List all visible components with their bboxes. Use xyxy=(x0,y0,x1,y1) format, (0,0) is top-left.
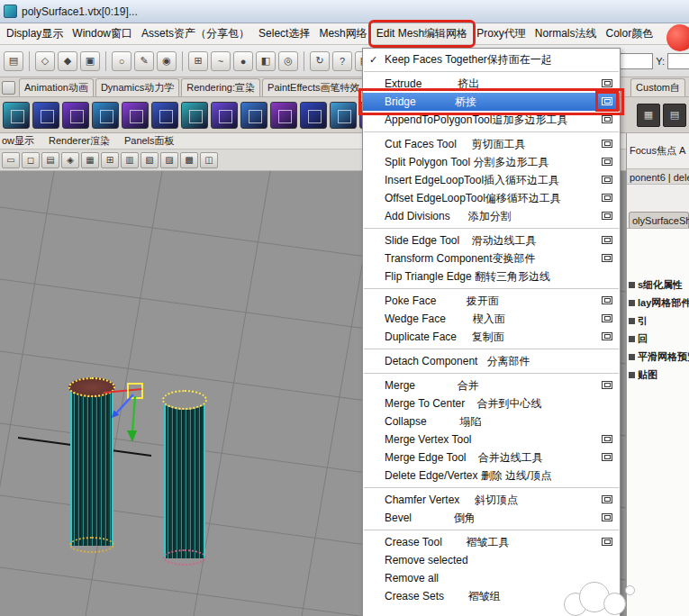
menu-item-append-to-polygon-tool[interactable]: ✓ AppendToPolygonTool追加多边形工具 xyxy=(363,111,620,129)
menu-item-transform-component[interactable]: ✓ Transform Component变换部件 xyxy=(363,249,620,267)
option-box-icon[interactable] xyxy=(602,435,612,443)
highlight-select-icon[interactable]: ◉ xyxy=(157,51,177,71)
ae-section-display[interactable]: lay网格部件 xyxy=(627,294,689,312)
option-box-icon[interactable] xyxy=(602,332,612,340)
cylinder-2[interactable] xyxy=(164,398,205,558)
panel-menu-renderer[interactable]: Renderer渲染 xyxy=(49,134,110,148)
snap-curve-icon[interactable]: ~ xyxy=(211,51,231,71)
menubar-item-mesh[interactable]: Mesh网络 xyxy=(314,23,371,44)
safe-action-icon[interactable]: ▩ xyxy=(180,152,198,168)
panel-menu-show[interactable]: ow显示 xyxy=(2,134,34,148)
option-box-icon[interactable] xyxy=(602,453,612,461)
menu-item-wedge-face[interactable]: ✓ Wedge Face 楔入面 xyxy=(363,310,620,328)
lasso-select-icon[interactable]: ○ xyxy=(112,51,131,71)
shelf-tab-rendering[interactable]: Rendering:宣染 xyxy=(181,78,260,96)
shelf-prism-icon[interactable] xyxy=(181,102,208,129)
menubar-item-assets[interactable]: Assets资产（分享包） xyxy=(137,23,254,44)
menubar-item-window[interactable]: Window窗口 xyxy=(68,23,137,44)
shelf-panel-icon-1[interactable]: ▦ xyxy=(637,104,660,127)
menu-item-merge-to-center[interactable]: ✓ Merge To Center 合并到中心线 xyxy=(363,394,620,412)
option-box-icon[interactable] xyxy=(602,115,612,123)
shelf-platonic-icon[interactable] xyxy=(330,102,357,129)
ae-section-smooth-preview[interactable]: 平滑网格预览 xyxy=(627,348,689,366)
gate-mask-icon[interactable]: ▨ xyxy=(160,152,178,168)
option-box-icon[interactable] xyxy=(602,254,612,262)
menu-item-bridge[interactable]: ✓ Bridge 桥接 xyxy=(363,93,620,111)
film-gate-icon[interactable]: ▥ xyxy=(121,152,139,168)
menu-item-merge-edge-tool[interactable]: ✓ Merge Edge Tool 合并边线工具 xyxy=(363,448,620,467)
option-box-icon[interactable] xyxy=(602,194,612,202)
shelf-pyramid-icon[interactable] xyxy=(211,102,238,129)
menubar-item-normals[interactable]: Normals法线 xyxy=(530,23,602,44)
shelf-tab-animation[interactable]: Animation动画 xyxy=(19,78,94,96)
menu-item-slide-edge-tool[interactable]: ✓ Slide Edge Tool 滑动边线工具 xyxy=(363,231,620,249)
menu-item-detach-component[interactable]: ✓ Detach Component 分离部件 xyxy=(363,352,620,370)
select-object-icon[interactable]: ◆ xyxy=(58,51,77,71)
ae-tabs-text[interactable]: ponent6 | dele xyxy=(627,168,689,185)
ae-section-subdivision[interactable]: s细化属性 xyxy=(627,276,689,294)
menubar-item-display[interactable]: Display显示 xyxy=(2,23,68,44)
menu-item-collapse[interactable]: ✓ Collapse 塌陷 xyxy=(363,412,620,430)
ae-section-yin[interactable]: 引 xyxy=(627,312,689,330)
resolution-gate-icon[interactable]: ▧ xyxy=(141,152,159,168)
paint-select-icon[interactable]: ✎ xyxy=(134,51,154,71)
shelf-helix-icon[interactable] xyxy=(270,102,297,129)
ae-menu-text[interactable]: Focus焦点 A xyxy=(627,144,689,158)
option-box-icon[interactable] xyxy=(602,513,612,521)
menu-item-bevel[interactable]: ✓ Bevel 倒角 xyxy=(363,509,620,527)
select-component-icon[interactable]: ▣ xyxy=(80,51,100,71)
option-box-icon[interactable] xyxy=(602,236,612,244)
grid-toggle-icon[interactable]: ⊞ xyxy=(101,152,119,168)
shelf-pipe-icon[interactable] xyxy=(240,102,267,129)
menu-item-crease-tool[interactable]: ✓ Crease Tool 褶皱工具 xyxy=(363,533,620,551)
image-plane-icon[interactable]: ▦ xyxy=(81,152,99,168)
camera-lock-icon[interactable]: ◻ xyxy=(22,152,40,168)
option-box-icon[interactable] xyxy=(602,158,612,166)
menubar-item-edit-mesh[interactable]: Edit Mesh编辑网格 xyxy=(372,23,472,44)
menu-item-insert-edge-loop-tool[interactable]: ✓ Insert EdgeLoopTool插入循环边工具 xyxy=(363,171,620,189)
select-hierarchy-icon[interactable]: ◇ xyxy=(35,51,55,71)
clipboard-icon[interactable]: ▤ xyxy=(4,51,23,71)
camera-attributes-icon[interactable]: ▤ xyxy=(41,152,59,168)
shelf-cone-icon[interactable] xyxy=(92,102,119,129)
option-box-icon[interactable] xyxy=(602,495,612,503)
shelf-torus-icon[interactable] xyxy=(151,102,178,129)
snap-grid-icon[interactable]: ⊞ xyxy=(188,51,208,71)
safe-title-icon[interactable]: ◫ xyxy=(200,152,218,168)
menubar-item-select[interactable]: Select选择 xyxy=(254,23,314,44)
menubar-item-color[interactable]: Color颜色 xyxy=(601,23,657,44)
shelf-soccer-icon[interactable] xyxy=(300,102,327,129)
snap-plane-icon[interactable]: ◧ xyxy=(256,51,276,71)
make-live-icon[interactable]: ◎ xyxy=(278,51,298,71)
shelf-plane-icon[interactable] xyxy=(122,102,149,129)
menu-item-chamfer-vertex[interactable]: ✓ Chamfer Vertex 斜切顶点 xyxy=(363,491,620,509)
option-box-icon[interactable] xyxy=(602,140,612,148)
menu-item-merge-vertex-tool[interactable]: ✓ Merge Vertex Tool xyxy=(363,430,620,448)
shelf-tab-custom[interactable]: Custom自 xyxy=(630,78,685,96)
option-box-icon[interactable] xyxy=(602,212,612,220)
menu-item-split-polygon-tool[interactable]: ✓ Split Polygon Tool 分割多边形工具 xyxy=(363,153,620,171)
option-box-icon[interactable] xyxy=(602,97,612,105)
shelf-cube-icon[interactable] xyxy=(32,102,59,129)
ae-section-map[interactable]: 贴图 xyxy=(627,366,689,384)
option-box-icon[interactable] xyxy=(602,381,612,389)
option-box-icon[interactable] xyxy=(602,314,612,322)
ae-section-hui[interactable]: 回 xyxy=(627,330,689,348)
move-manipulator[interactable] xyxy=(90,378,162,450)
camera-select-icon[interactable]: ▭ xyxy=(2,152,20,168)
shelf-tab-painteffects[interactable]: PaintEffects画笔特效 xyxy=(262,78,366,96)
option-box-icon[interactable] xyxy=(602,79,612,87)
menu-item-keep-faces-together[interactable]: ✓ Keep Faces Together保持面在一起 xyxy=(363,50,620,68)
shelf-panel-icon-2[interactable]: ▤ xyxy=(663,104,686,127)
menu-item-merge[interactable]: ✓ Merge 合并 xyxy=(363,376,620,394)
menu-item-flip-triangle-edge[interactable]: ✓ Flip Triangle Edge 翻转三角形边线 xyxy=(363,267,620,285)
shelf-tab-dynamics[interactable]: Dynamics动力学 xyxy=(95,78,179,96)
y-input[interactable] xyxy=(667,53,689,69)
shelf-cylinder-icon[interactable] xyxy=(62,102,89,129)
shelf-selector-icon[interactable] xyxy=(2,81,15,95)
help-icon[interactable]: ? xyxy=(332,51,352,71)
menu-item-add-divisions[interactable]: ✓ Add Divisions 添加分割 xyxy=(363,207,620,225)
option-box-icon[interactable] xyxy=(602,538,612,546)
ae-shape-tab[interactable]: olySurfaceShape xyxy=(629,212,689,228)
option-box-icon[interactable] xyxy=(602,176,612,184)
